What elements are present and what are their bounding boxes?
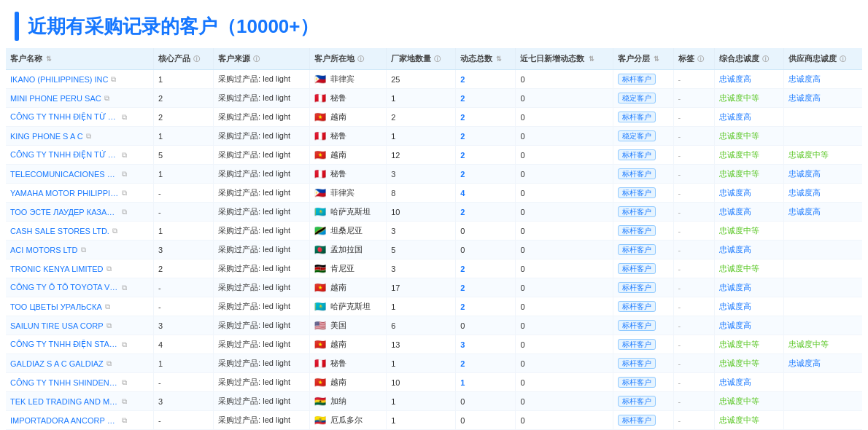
page: 近期有采购记录的客户（10000+） 客户名称 ⇅ 核心产品 ⓘ 客户来源 ⓘ … bbox=[0, 0, 868, 430]
cell-source: 采购过产品: led light bbox=[214, 127, 309, 146]
col-segment[interactable]: 客户分层 ⇅ bbox=[613, 48, 673, 70]
country-name: 越南 bbox=[330, 149, 346, 160]
cell-core-product: - bbox=[153, 278, 213, 297]
cell-total-orders: 0 bbox=[456, 411, 516, 430]
country-name: 秘鲁 bbox=[330, 130, 346, 141]
copy-icon[interactable]: ⧉ bbox=[105, 302, 110, 311]
cell-recent-orders: 0 bbox=[516, 89, 613, 108]
cell-tags: - bbox=[673, 70, 714, 89]
copy-icon[interactable]: ⧉ bbox=[122, 208, 127, 216]
copy-icon[interactable]: ⧉ bbox=[122, 416, 127, 425]
cell-name: GALDIAZ S A C GALDIAZ ⧉ bbox=[6, 354, 153, 373]
cell-core-product: - bbox=[153, 411, 213, 430]
cell-core-product: 5 bbox=[153, 146, 213, 165]
cell-segment: 标杆客户 bbox=[613, 373, 673, 392]
cell-segment: 标杆客户 bbox=[613, 203, 673, 222]
copy-icon[interactable]: ⧉ bbox=[122, 151, 127, 160]
cell-tags: - bbox=[673, 89, 714, 108]
cell-core-product: 3 bbox=[153, 241, 213, 259]
cell-supplier-loyalty bbox=[784, 373, 863, 392]
copy-icon[interactable]: ⧉ bbox=[122, 397, 127, 406]
country-flag: 🇻🇳 bbox=[314, 112, 326, 122]
cell-loyalty: 忠诚度高 bbox=[714, 297, 783, 316]
copy-icon[interactable]: ⧉ bbox=[122, 340, 127, 349]
copy-icon[interactable]: ⧉ bbox=[81, 246, 86, 254]
table-row: CASH SALE STORES LTD. ⧉ 1 采购过产品: led lig… bbox=[6, 222, 862, 241]
cell-tags: - bbox=[673, 316, 714, 335]
cell-total-orders: 2 bbox=[456, 297, 516, 316]
cell-source: 采购过产品: led light bbox=[214, 203, 309, 222]
cell-segment: 标杆客户 bbox=[613, 146, 673, 165]
table-row: IKANO (PHILIPPINES) INC ⧉ 1 采购过产品: led l… bbox=[6, 70, 862, 89]
copy-icon[interactable]: ⧉ bbox=[86, 132, 91, 141]
cell-supplier-loyalty bbox=[784, 278, 863, 297]
country-flag: 🇵🇪 bbox=[314, 130, 326, 141]
col-tags[interactable]: 标签 ⓘ bbox=[673, 48, 714, 70]
table-header-row: 客户名称 ⇅ 核心产品 ⓘ 客户来源 ⓘ 客户所在地 ⓘ 厂家地数量 ⓘ 动态总… bbox=[6, 48, 862, 70]
copy-icon[interactable]: ⧉ bbox=[106, 265, 112, 273]
cell-total-orders: 0 bbox=[456, 222, 516, 241]
cell-segment: 标杆客户 bbox=[613, 165, 673, 184]
header-accent-bar bbox=[15, 12, 19, 41]
copy-icon[interactable]: ⧉ bbox=[122, 378, 127, 387]
cell-recent-orders: 0 bbox=[516, 108, 613, 127]
cell-supplier-loyalty bbox=[784, 241, 863, 259]
col-recent-orders[interactable]: 近七日新增动态数 ⇅ bbox=[516, 48, 613, 70]
country-name: 越南 bbox=[330, 282, 346, 293]
cell-total-orders: 3 bbox=[456, 335, 516, 354]
country-name: 秘鲁 bbox=[330, 168, 346, 179]
cell-recent-orders: 0 bbox=[516, 146, 613, 165]
copy-icon[interactable]: ⧉ bbox=[111, 75, 116, 84]
col-supplier-loyalty[interactable]: 供应商忠诚度 ⓘ bbox=[784, 48, 863, 70]
cell-core-product: 1 bbox=[153, 165, 213, 184]
col-loyalty[interactable]: 综合忠诚度 ⓘ bbox=[714, 48, 783, 70]
table-row: CÔNG TY Ô TÔ TOYOTA VIỆT N... ⧉ - 采购过产品:… bbox=[6, 278, 862, 297]
cell-supplier-count: 1 bbox=[387, 89, 456, 108]
col-total-orders[interactable]: 动态总数 ⇅ bbox=[456, 48, 516, 70]
copy-icon[interactable]: ⧉ bbox=[122, 113, 127, 122]
cell-supplier-count: 6 bbox=[387, 316, 456, 335]
cell-source: 采购过产品: led light bbox=[214, 316, 309, 335]
cell-source: 采购过产品: led light bbox=[214, 354, 309, 373]
col-location[interactable]: 客户所在地 ⓘ bbox=[309, 48, 387, 70]
cell-core-product: - bbox=[153, 373, 213, 392]
copy-icon[interactable]: ⧉ bbox=[106, 359, 112, 368]
copy-icon[interactable]: ⧉ bbox=[122, 189, 127, 198]
cell-supplier-loyalty: 忠诚度高 bbox=[784, 89, 863, 108]
country-name: 孟加拉国 bbox=[330, 244, 363, 255]
country-name: 厄瓜多尔 bbox=[330, 415, 363, 426]
copy-icon[interactable]: ⧉ bbox=[106, 321, 112, 330]
country-flag: 🇰🇪 bbox=[314, 263, 326, 274]
cell-loyalty: 忠诚度高 bbox=[714, 316, 783, 335]
copy-icon[interactable]: ⧉ bbox=[122, 170, 127, 179]
cell-tags: - bbox=[673, 297, 714, 316]
copy-icon[interactable]: ⧉ bbox=[104, 94, 109, 103]
cell-segment: 标杆客户 bbox=[613, 278, 673, 297]
table-row: IMPORTADORA ANCORP CIA LT... ⧉ - 采购过产品: … bbox=[6, 411, 862, 430]
cell-name: CÔNG TY TNHH ĐIỆN STANLEY... ⧉ bbox=[6, 335, 153, 354]
cell-source: 采购过产品: led light bbox=[214, 146, 309, 165]
country-name: 秘鲁 bbox=[330, 93, 346, 103]
cell-source: 采购过产品: led light bbox=[214, 335, 309, 354]
cell-source: 采购过产品: led light bbox=[214, 297, 309, 316]
cell-supplier-count: 3 bbox=[387, 259, 456, 278]
col-supplier-count[interactable]: 厂家地数量 ⓘ bbox=[387, 48, 456, 70]
cell-supplier-loyalty bbox=[784, 411, 863, 430]
cell-source: 采购过产品: led light bbox=[214, 392, 309, 411]
cell-supplier-loyalty: 忠诚度高 bbox=[784, 70, 863, 89]
cell-supplier-count: 8 bbox=[387, 184, 456, 203]
cell-tags: - bbox=[673, 335, 714, 354]
cell-supplier-count: 12 bbox=[387, 146, 456, 165]
copy-icon[interactable]: ⧉ bbox=[112, 227, 117, 235]
page-header: 近期有采购记录的客户（10000+） bbox=[0, 0, 868, 48]
cell-name: ТОО ЦВЕТЫ УРАЛЬСКА ⧉ bbox=[6, 297, 153, 316]
cell-core-product: 3 bbox=[153, 316, 213, 335]
country-flag: 🇪🇨 bbox=[314, 415, 326, 426]
col-core-product[interactable]: 核心产品 ⓘ bbox=[153, 48, 213, 70]
table-row: CÔNG TY TNHH ĐIỆN STANLEY... ⧉ 4 采购过产品: … bbox=[6, 335, 862, 354]
col-source[interactable]: 客户来源 ⓘ bbox=[214, 48, 309, 70]
cell-name: CÔNG TY TNHH ĐIỆN TỪ SNC ... ⧉ bbox=[6, 108, 153, 127]
copy-icon[interactable]: ⧉ bbox=[122, 284, 127, 292]
cell-tags: - bbox=[673, 259, 714, 278]
col-name[interactable]: 客户名称 ⇅ bbox=[6, 48, 153, 70]
